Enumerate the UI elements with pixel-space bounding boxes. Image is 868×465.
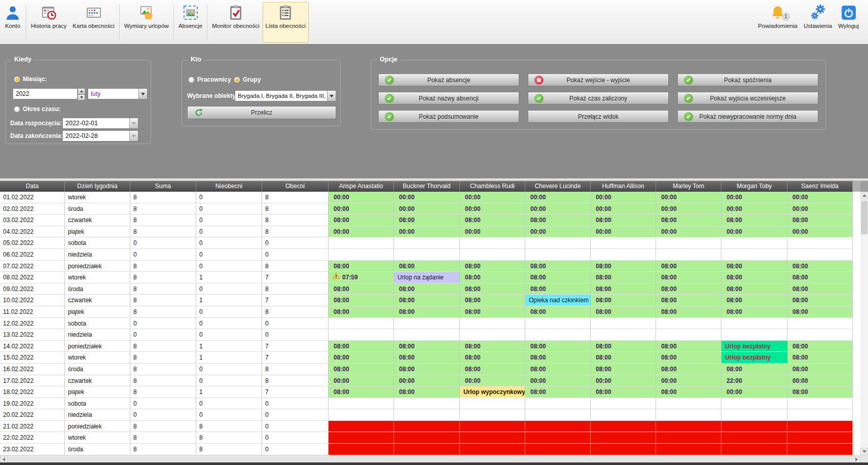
cell-employee[interactable]: 00:00 <box>460 375 525 387</box>
cell-employee[interactable] <box>460 421 525 433</box>
cell-employee[interactable] <box>460 318 525 330</box>
cell-day[interactable]: niedziela <box>65 329 130 341</box>
cell-day[interactable]: poniedziałek <box>65 261 130 272</box>
cell-employee[interactable] <box>721 249 787 261</box>
cell-suma[interactable]: 8 <box>130 192 196 203</box>
cell-nieobecni[interactable]: 0 <box>196 237 262 249</box>
cell-obecni[interactable]: 7 <box>262 272 329 283</box>
cell-obecni[interactable]: 0 <box>262 444 329 455</box>
cell-employee[interactable] <box>460 432 525 444</box>
cell-employee[interactable]: 08:00 <box>460 341 525 352</box>
cell-employee[interactable] <box>656 318 721 330</box>
cell-employee[interactable]: 00:00 <box>329 192 394 203</box>
cell-day[interactable]: czwartek <box>65 295 130 306</box>
cell-nieobecni[interactable]: 0 <box>196 249 262 261</box>
year-spinner[interactable] <box>78 88 85 99</box>
cell-employee[interactable] <box>721 329 787 341</box>
cell-employee[interactable]: 00:00 <box>329 203 394 215</box>
cell-employee[interactable]: 00:00 <box>656 226 721 238</box>
toolbar-button-ustawienia[interactable]: Ustawienia <box>801 2 835 43</box>
chevron-down-icon[interactable] <box>129 118 138 128</box>
toolbar-button-konto[interactable]: Konto <box>1 2 24 43</box>
toolbar-button-wyloguj[interactable]: Wyloguj <box>835 2 862 43</box>
cell-employee[interactable]: 08:00 <box>460 306 525 318</box>
cell-nieobecni[interactable]: 0 <box>196 409 262 421</box>
cell-obecni[interactable]: 0 <box>262 318 329 330</box>
cell-suma[interactable]: 0 <box>130 318 196 330</box>
cell-suma[interactable]: 8 <box>130 295 196 306</box>
column-header[interactable]: Dzień tygodnia <box>65 181 130 192</box>
cell-suma[interactable]: 8 <box>130 261 196 272</box>
cell-nieobecni[interactable]: 0 <box>196 283 262 295</box>
cell-employee[interactable] <box>721 409 787 421</box>
recalculate-button[interactable]: Przelicz <box>187 106 336 119</box>
cell-obecni[interactable]: 0 <box>262 237 329 249</box>
toolbar-button-historia-pracy[interactable]: Historia pracy <box>28 2 69 43</box>
cell-nieobecni[interactable]: 0 <box>196 261 262 272</box>
cell-employee[interactable]: 00:00 <box>787 203 853 215</box>
cell-employee[interactable] <box>591 409 656 421</box>
cell-employee[interactable]: 08:00 <box>656 214 721 226</box>
toolbar-button-karta-obecnosci[interactable]: Karta obecności <box>69 2 117 43</box>
period-radio[interactable] <box>14 106 20 113</box>
toolbar-button-absencje[interactable]: Absencje <box>175 2 205 43</box>
cell-employee[interactable]: 08:00 <box>591 306 656 318</box>
cell-employee[interactable] <box>525 398 591 410</box>
cell-employee[interactable] <box>656 237 721 249</box>
objects-select[interactable]: Brygada I, Brygada II, Brygada III, Bry <box>235 90 336 101</box>
cell-employee[interactable]: 08:00 <box>591 214 656 226</box>
cell-suma[interactable]: 8 <box>130 203 196 215</box>
cell-employee[interactable] <box>656 444 721 455</box>
cell-employee[interactable]: 08:00 <box>329 386 394 398</box>
cell-suma[interactable]: 0 <box>130 398 196 410</box>
cell-employee[interactable]: 08:00 <box>721 272 787 283</box>
cell-employee[interactable]: 00:00 <box>525 226 591 238</box>
cell-employee[interactable]: 00:00 <box>721 226 787 238</box>
cell-employee[interactable]: 08:00 <box>787 261 853 272</box>
cell-employee[interactable] <box>329 329 394 341</box>
cell-employee[interactable]: 08:00 <box>787 306 853 318</box>
cell-employee[interactable]: 08:00 <box>721 306 787 318</box>
cell-employee[interactable] <box>656 432 721 444</box>
cell-obecni[interactable]: 8 <box>262 214 329 226</box>
cell-date[interactable]: 10.02.2022 <box>0 295 65 306</box>
vertical-scrollbar[interactable] <box>860 192 868 455</box>
cell-obecni[interactable]: 8 <box>262 261 329 272</box>
cell-employee[interactable] <box>329 249 394 261</box>
cell-date[interactable]: 21.02.2022 <box>0 421 65 433</box>
cell-employee[interactable] <box>787 249 853 261</box>
cell-employee[interactable] <box>525 237 591 249</box>
cell-suma[interactable]: 8 <box>130 432 196 444</box>
cell-day[interactable]: wtorek <box>65 192 130 203</box>
cell-employee[interactable]: 08:00 <box>656 352 721 364</box>
cell-employee[interactable] <box>394 249 460 261</box>
option-button-4[interactable]: ✔Pokaż czas zaliczony <box>528 92 669 104</box>
cell-employee[interactable] <box>591 249 656 261</box>
option-button-5[interactable]: ✔Pokaż wyjścia wcześniejsze <box>677 92 818 104</box>
cell-obecni[interactable]: 8 <box>262 364 329 375</box>
cell-employee[interactable] <box>329 432 394 444</box>
cell-employee[interactable]: 08:00 <box>329 295 394 306</box>
cell-employee[interactable] <box>787 329 853 341</box>
cell-employee[interactable]: 00:00 <box>787 375 853 387</box>
cell-day[interactable]: czwartek <box>65 214 130 226</box>
cell-employee[interactable]: 22:00 <box>721 375 787 387</box>
cell-employee[interactable]: 08:00 <box>394 341 460 352</box>
cell-date[interactable]: 16.02.2022 <box>0 364 65 375</box>
cell-employee[interactable]: 08:00 <box>329 341 394 352</box>
cell-employee[interactable]: 08:00 <box>394 364 460 375</box>
cell-employee[interactable]: 08:00 <box>460 283 525 295</box>
cell-employee[interactable] <box>591 421 656 433</box>
cell-employee[interactable] <box>787 409 853 421</box>
option-button-2[interactable]: ✔Pokaż spóźnienia <box>677 74 818 86</box>
start-date-input[interactable]: 2022-02-01 <box>62 118 138 129</box>
column-header[interactable]: Chevere Lucinde <box>525 181 591 192</box>
cell-date[interactable]: 23.02.2022 <box>0 444 65 455</box>
cell-date[interactable]: 01.02.2022 <box>0 192 65 203</box>
cell-employee[interactable]: 08:00 <box>721 214 787 226</box>
cell-employee[interactable]: 08:00 <box>787 352 853 364</box>
column-header[interactable]: Data <box>0 181 65 192</box>
cell-obecni[interactable]: 7 <box>262 386 329 398</box>
cell-employee[interactable]: 08:00 <box>787 341 853 352</box>
column-header[interactable]: Obecni <box>262 181 329 192</box>
